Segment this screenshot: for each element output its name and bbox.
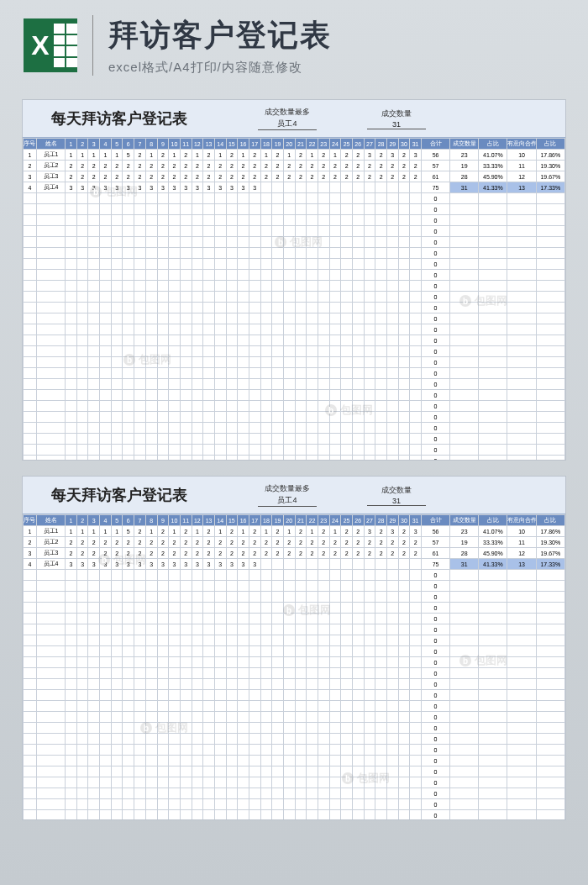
kpi-deal-count: 成交数量 31	[367, 485, 426, 506]
col-day: 17	[249, 515, 260, 526]
col-day: 5	[111, 515, 123, 526]
col-day: 11	[180, 515, 192, 526]
col-day: 26	[352, 515, 364, 526]
table-row: 0	[24, 756, 565, 766]
table-row: 0	[24, 745, 565, 756]
table-row: 0	[24, 324, 565, 335]
col-day: 12	[192, 515, 203, 526]
table-row: 0	[24, 614, 565, 624]
table-row: 0	[24, 592, 565, 603]
table-row: 0	[24, 603, 565, 614]
table-row: 0	[24, 390, 565, 401]
col-day: 5	[111, 139, 123, 150]
col-idx: 序号	[24, 515, 37, 526]
table-row: 0	[24, 581, 565, 592]
table-row: 0	[24, 335, 565, 346]
table-row: 0	[24, 237, 565, 248]
table-row: 1员工1111115212121212121212121223232356234…	[24, 526, 565, 537]
table-row: 0	[24, 456, 565, 461]
col-day: 11	[180, 139, 192, 150]
table-row: 0	[24, 646, 565, 657]
col-total: 合计	[421, 515, 449, 526]
document-header: 每天拜访客户登记表 成交数量最多 员工4 成交数量 31	[23, 100, 565, 138]
table-row: 2员工2222222222222222222222222222222257193…	[24, 161, 565, 171]
col-day: 10	[169, 139, 181, 150]
table-row: 0	[24, 248, 565, 259]
col-day: 2	[76, 139, 88, 150]
table-row: 0	[24, 303, 565, 313]
col-day: 14	[214, 139, 226, 150]
col-day: 25	[341, 515, 353, 526]
table-row: 0	[24, 292, 565, 303]
table-row: 0	[24, 357, 565, 368]
col-day: 22	[307, 515, 318, 526]
data-table: 序号姓名123456789101112131415161718192021222…	[23, 514, 565, 820]
template-banner: X 拜访客户登记表 excel格式/A4打印/内容随意修改	[0, 0, 588, 84]
table-row: 4员工433333333333333333753141.33%1317.33%	[24, 182, 565, 193]
col-day: 26	[352, 139, 364, 150]
table-row: 0	[24, 570, 565, 581]
kpi-most-deals: 成交数量最多 员工4	[258, 107, 317, 130]
data-table: 序号姓名123456789101112131415161718192021222…	[23, 138, 565, 461]
spreadsheet-preview-2: 每天拜访客户登记表 成交数量最多 员工4 成交数量 31 序号姓名1234567…	[22, 476, 566, 820]
table-row: 0	[24, 788, 565, 799]
table-row: 0	[24, 723, 565, 734]
col-day: 17	[249, 139, 260, 150]
col-day: 3	[88, 139, 100, 150]
col-day: 13	[203, 139, 215, 150]
col-day: 8	[145, 515, 157, 526]
col-day: 19	[272, 515, 284, 526]
table-row: 0	[24, 734, 565, 745]
col-day: 14	[214, 515, 226, 526]
col-day: 1	[66, 139, 77, 150]
col-day: 23	[318, 515, 329, 526]
col-day: 7	[134, 139, 146, 150]
banner-title: 拜访客户登记表	[108, 15, 564, 56]
col-pct1: 占比	[479, 515, 507, 526]
spreadsheet-preview-1: 每天拜访客户登记表 成交数量最多 员工4 成交数量 31 序号姓名1234567…	[22, 99, 566, 461]
col-intent: 有意向合作	[507, 515, 536, 526]
col-day: 30	[398, 515, 410, 526]
kpi-deal-count: 成交数量 31	[367, 108, 426, 129]
col-pct2: 占比	[536, 139, 564, 150]
table-row: 0	[24, 259, 565, 270]
col-day: 6	[123, 515, 134, 526]
table-row: 0	[24, 412, 565, 423]
col-day: 28	[375, 515, 387, 526]
table-row: 0	[24, 368, 565, 379]
table-row: 0	[24, 679, 565, 690]
table-row: 0	[24, 668, 565, 679]
col-day: 29	[386, 515, 398, 526]
table-row: 0	[24, 657, 565, 668]
table-row: 2员工2222222222222222222222222222222257193…	[24, 537, 565, 548]
col-day: 4	[100, 139, 112, 150]
col-day: 16	[238, 515, 249, 526]
col-day: 28	[375, 139, 387, 150]
table-row: 4员工433333333333333333753141.33%1317.33%	[24, 559, 565, 570]
col-day: 21	[295, 515, 307, 526]
col-name: 姓名	[36, 515, 65, 526]
col-day: 24	[329, 515, 341, 526]
col-day: 7	[134, 515, 146, 526]
table-row: 0	[24, 313, 565, 324]
col-idx: 序号	[24, 139, 37, 150]
table-row: 0	[24, 346, 565, 357]
col-day: 12	[192, 139, 203, 150]
col-day: 20	[283, 515, 295, 526]
col-total: 合计	[421, 139, 449, 150]
col-day: 21	[295, 139, 307, 150]
table-row: 0	[24, 434, 565, 445]
table-row: 0	[24, 204, 565, 215]
table-row: 0	[24, 799, 565, 810]
col-day: 4	[100, 515, 112, 526]
col-day: 31	[410, 515, 422, 526]
col-day: 15	[226, 515, 238, 526]
table-row: 0	[24, 281, 565, 292]
col-day: 9	[157, 515, 169, 526]
col-day: 13	[203, 515, 215, 526]
col-day: 27	[364, 515, 375, 526]
table-row: 0	[24, 635, 565, 646]
table-row: 1员工1111115212121212121212121223232356234…	[24, 150, 565, 161]
col-day: 16	[238, 139, 249, 150]
col-day: 29	[386, 139, 398, 150]
